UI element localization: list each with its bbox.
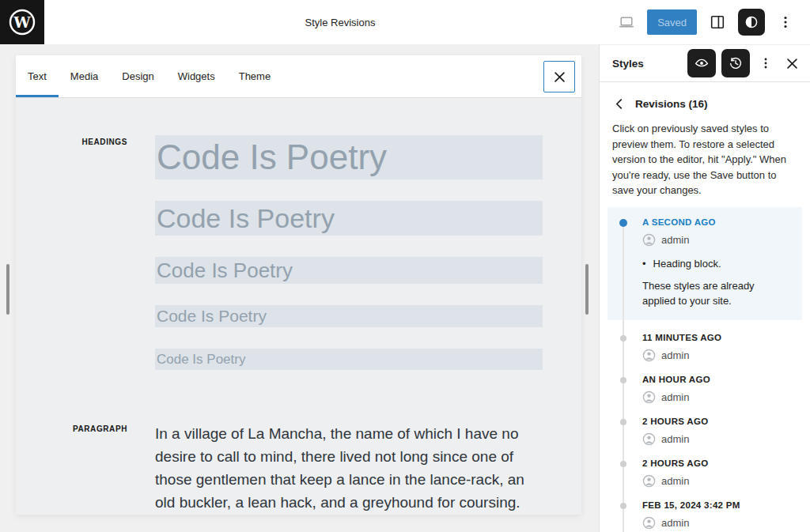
revision-author: admin (642, 516, 797, 530)
editor-canvas: TextMediaDesignWidgetsTheme HEADINGS Cod… (0, 44, 599, 532)
laptop-icon (617, 13, 636, 32)
topbar-actions: Saved (613, 9, 810, 36)
styles-button[interactable] (738, 9, 765, 36)
chevron-left-icon (614, 99, 624, 109)
revision-entry[interactable]: FEB 15, 2024 3:42 PMadmin (600, 488, 810, 530)
tab-design[interactable]: Design (110, 55, 165, 97)
styles-options-button[interactable] (755, 51, 776, 75)
revision-entry[interactable]: AN HOUR AGOadmin (600, 362, 810, 404)
tab-media[interactable]: Media (59, 55, 110, 97)
paragraph-section: PARAGRAPH In a village of La Mancha, the… (16, 422, 581, 514)
style-book-panel: TextMediaDesignWidgetsTheme HEADINGS Cod… (16, 55, 581, 515)
revision-time: A SECOND AGO (642, 217, 794, 227)
revision-note: These styles are already applied to your… (642, 278, 785, 309)
revisions-list: A SECOND AGOadminHeading block.These sty… (600, 207, 810, 532)
revision-time: 2 HOURS AGO (642, 458, 797, 468)
timeline-dot (620, 461, 626, 467)
style-book-toggle-button[interactable] (687, 49, 716, 77)
revision-change: Heading block. (642, 258, 794, 270)
page-title: Style Revisions (305, 17, 376, 28)
revision-time: AN HOUR AGO (642, 375, 797, 384)
sidebar-title: Styles (612, 58, 644, 70)
revision-time: 2 HOURS AGO (642, 417, 797, 426)
paragraph-preview[interactable]: In a village of La Mancha, the name of w… (155, 422, 543, 514)
tab-widgets[interactable]: Widgets (166, 55, 227, 97)
revisions-description: Click on previously saved styles to prev… (612, 121, 799, 198)
avatar-icon (642, 391, 656, 404)
revisions-panel-header: Revisions (16) (600, 82, 810, 120)
saved-button[interactable]: Saved (647, 9, 697, 35)
timeline-dot (619, 219, 627, 227)
sidebar-header: Styles (600, 45, 810, 82)
revision-author: admin (642, 474, 797, 488)
wordpress-logo[interactable]: W (0, 0, 44, 44)
close-sidebar-button[interactable] (782, 51, 802, 75)
resize-handle-left[interactable] (6, 264, 9, 315)
back-button[interactable] (609, 94, 628, 113)
revision-entry[interactable]: 2 HOURS AGOadmin (600, 404, 810, 446)
heading-preview-h4[interactable]: Code Is Poetry (155, 305, 543, 327)
paragraph-section-label: PARAGRAPH (16, 422, 127, 433)
revision-author: admin (642, 391, 797, 404)
avatar-icon (642, 432, 656, 446)
kebab-menu-icon (758, 55, 774, 71)
revision-entry[interactable]: A SECOND AGOadminHeading block.These sty… (608, 207, 802, 320)
options-menu-button[interactable] (772, 9, 799, 36)
resize-handle-right[interactable] (585, 264, 589, 315)
eye-icon (693, 55, 710, 72)
avatar-icon (642, 349, 656, 362)
author-name: admin (661, 517, 689, 529)
device-preview-button[interactable] (613, 9, 640, 36)
sidebar-actions (687, 49, 802, 77)
revisions-panel-title: Revisions (16) (635, 98, 708, 110)
revision-time: FEB 15, 2024 3:42 PM (642, 500, 797, 510)
timeline-dot (620, 503, 626, 509)
author-name: admin (661, 433, 689, 445)
contrast-icon (743, 13, 760, 31)
close-icon (787, 58, 797, 69)
style-book-header: TextMediaDesignWidgetsTheme (16, 55, 581, 98)
author-name: admin (661, 234, 689, 246)
top-bar: W Style Revisions Saved (0, 0, 810, 44)
close-stylebook-button[interactable] (543, 61, 575, 92)
svg-text:W: W (13, 13, 31, 31)
revision-time: 11 MINUTES AGO (642, 333, 797, 342)
headings-list: Code Is PoetryCode Is PoetryCode Is Poet… (155, 135, 543, 370)
avatar-icon (642, 474, 656, 488)
timeline-dot (620, 335, 626, 341)
tab-theme[interactable]: Theme (227, 55, 282, 97)
stylebook-tabs: TextMediaDesignWidgetsTheme (16, 55, 282, 97)
author-name: admin (661, 475, 689, 487)
close-icon (555, 72, 565, 82)
tab-text[interactable]: Text (16, 55, 59, 97)
revision-entry[interactable]: 11 MINUTES AGOadmin (600, 320, 810, 362)
revision-author: admin (642, 349, 797, 362)
author-name: admin (661, 349, 689, 361)
sidebar-toggle-button[interactable] (704, 9, 731, 36)
heading-preview-h2[interactable]: Code Is Poetry (155, 201, 543, 236)
revision-author: admin (642, 432, 797, 446)
sidebar-toggle-icon (708, 13, 727, 32)
styles-sidebar: Styles (599, 44, 810, 532)
kebab-menu-icon (777, 13, 794, 31)
revision-entry[interactable]: 2 HOURS AGOadmin (600, 446, 810, 488)
history-icon (727, 55, 744, 72)
avatar-icon (642, 233, 656, 247)
timeline-dot (620, 419, 626, 425)
revisions-button[interactable] (721, 49, 750, 77)
style-book-preview: HEADINGS Code Is PoetryCode Is PoetryCod… (16, 98, 581, 515)
headings-section: HEADINGS Code Is PoetryCode Is PoetryCod… (16, 135, 581, 370)
headings-section-label: HEADINGS (16, 135, 127, 146)
revision-author: admin (642, 233, 794, 247)
heading-preview-h5[interactable]: Code Is Poetry (155, 349, 543, 370)
author-name: admin (661, 391, 689, 403)
heading-preview-h3[interactable]: Code Is Poetry (155, 257, 543, 284)
heading-preview-h1[interactable]: Code Is Poetry (155, 135, 543, 179)
avatar-icon (642, 516, 656, 530)
wordpress-icon: W (8, 8, 36, 36)
timeline-dot (620, 377, 626, 383)
